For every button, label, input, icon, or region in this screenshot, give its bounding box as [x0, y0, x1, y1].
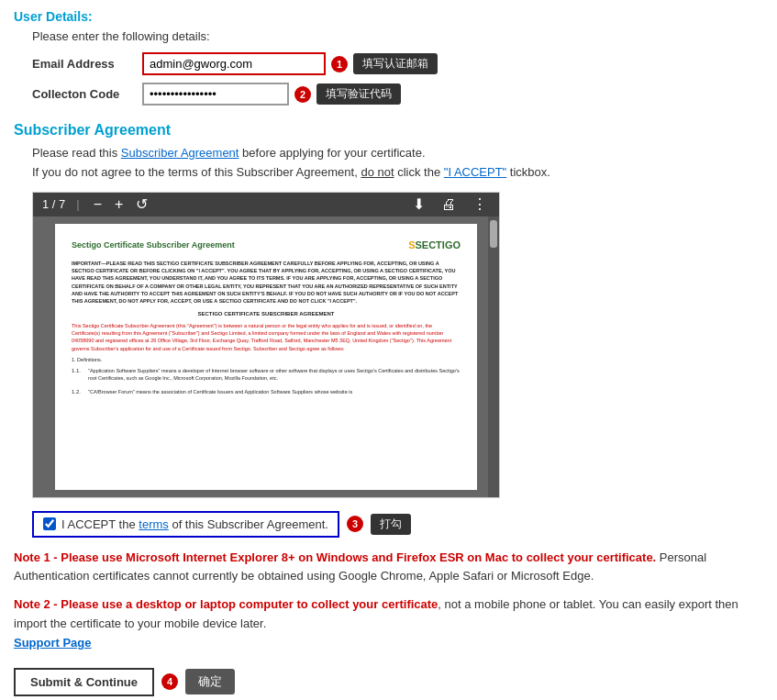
- pdf-def1: 1.1. "Application Software Suppliers" me…: [72, 367, 461, 386]
- submit-badge: 4: [161, 673, 178, 690]
- pdf-def2-num: 1.2.: [72, 388, 88, 399]
- accept-text-before: I ACCEPT the: [61, 517, 139, 531]
- subscriber-intro: Please read this Subscriber Agreement be…: [32, 144, 763, 183]
- accept-text: I ACCEPT the terms of this Subscriber Ag…: [61, 517, 328, 531]
- intro-text2-part3: tickbox.: [506, 165, 550, 179]
- pdf-document-title: Sectigo Certificate Subscriber Agreement: [72, 239, 235, 251]
- email-badge: 1: [331, 56, 348, 72]
- code-input[interactable]: [142, 83, 289, 106]
- submit-tooltip: 确定: [185, 669, 235, 694]
- pdf-separator: /: [52, 197, 59, 211]
- pdf-zoom-in-button[interactable]: +: [112, 197, 126, 212]
- accept-checkbox[interactable]: [43, 517, 56, 530]
- pdf-def2-text: "CA/Browser Forum" means the association…: [88, 388, 352, 395]
- pdf-page-header: Sectigo Certificate Subscriber Agreement…: [72, 239, 461, 252]
- support-page-link[interactable]: Support Page: [14, 636, 92, 650]
- pdf-content-area: Sectigo Certificate Subscriber Agreement…: [33, 217, 499, 497]
- pdf-sep1: |: [76, 197, 79, 211]
- accept-checkbox-label[interactable]: I ACCEPT the terms of this Subscriber Ag…: [32, 511, 339, 538]
- email-row: Email Address 1 填写认证邮箱: [32, 52, 763, 75]
- pdf-more-button[interactable]: ⋮: [470, 197, 490, 212]
- intro-text1-after: before applying for your certificate.: [239, 146, 425, 160]
- notes-section: Note 1 - Please use Microsoft Internet E…: [14, 549, 763, 653]
- subscriber-agreement-title: Subscriber Agreement: [14, 122, 763, 139]
- note2: Note 2 - Please use a desktop or laptop …: [14, 595, 763, 652]
- pdf-warning-text: IMPORTANT—PLEASE READ THIS SECTIGO CERTI…: [72, 260, 461, 306]
- user-details-title: User Details:: [14, 9, 763, 24]
- pdf-scrollbar[interactable]: [488, 217, 499, 497]
- pdf-def1-num: 1.1.: [72, 367, 88, 386]
- pdf-logo: SSECTIGO: [408, 239, 461, 252]
- pdf-def1-text: "Application Software Suppliers" means a…: [88, 367, 461, 383]
- code-badge: 2: [294, 86, 311, 103]
- subscriber-agreement-section: Subscriber Agreement Please read this Su…: [14, 122, 763, 498]
- code-input-wrapper: 2 填写验证代码: [142, 83, 401, 106]
- pdf-zoom-out-button[interactable]: −: [91, 197, 105, 212]
- email-input-wrapper: 1 填写认证邮箱: [142, 52, 438, 75]
- pdf-scrollbar-thumb[interactable]: [490, 220, 497, 248]
- accept-row: I ACCEPT the terms of this Subscriber Ag…: [32, 511, 763, 538]
- user-details-section: User Details: Please enter the following…: [14, 9, 763, 106]
- pdf-total-pages: 7: [59, 197, 65, 211]
- intro-quote: "I ACCEPT": [444, 165, 506, 179]
- note1-bold: Note 1 - Please use Microsoft Internet E…: [14, 550, 656, 564]
- intro-text2-part1: If you do not agree to the terms of this…: [32, 165, 361, 179]
- pdf-toolbar: 1 / 7 | − + ↺ ⬇ 🖨 ⋮: [33, 193, 499, 217]
- pdf-def2: 1.2. "CA/Browser Forum" means the associ…: [72, 388, 461, 399]
- pdf-download-button[interactable]: ⬇: [410, 197, 427, 212]
- pdf-definitions-title: 1. Definitions.: [72, 356, 461, 363]
- email-input[interactable]: [142, 52, 326, 75]
- pdf-rotate-button[interactable]: ↺: [133, 197, 150, 212]
- submit-button[interactable]: Submit & Continue: [14, 668, 154, 696]
- intro-text1-before: Please read this: [32, 146, 121, 160]
- please-enter-text: Please enter the following details:: [32, 29, 763, 43]
- pdf-print-button[interactable]: 🖨: [438, 197, 459, 212]
- submit-row: Submit & Continue 4 确定: [14, 668, 763, 696]
- terms-link[interactable]: terms: [139, 517, 169, 531]
- note1: Note 1 - Please use Microsoft Internet E…: [14, 549, 763, 587]
- pdf-page-info: 1 / 7: [42, 197, 65, 211]
- pdf-current-page: 1: [42, 197, 49, 211]
- pdf-body-text: This Sectigo Certificate Subscriber Agre…: [72, 322, 461, 352]
- pdf-page: Sectigo Certificate Subscriber Agreement…: [55, 224, 477, 490]
- accept-badge: 3: [347, 516, 363, 532]
- email-tooltip: 填写认证邮箱: [353, 53, 438, 74]
- note2-bold: Note 2 - Please use a desktop or laptop …: [14, 597, 438, 611]
- code-row: Collecton Code 2 填写验证代码: [32, 83, 763, 106]
- pdf-viewer: 1 / 7 | − + ↺ ⬇ 🖨 ⋮ Sectigo Certificate …: [32, 192, 500, 498]
- code-tooltip: 填写验证代码: [316, 83, 401, 105]
- pdf-toolbar-right: ⬇ 🖨 ⋮: [410, 197, 490, 212]
- pdf-center-title: SECTIGO CERTIFICATE SUBSCRIBER AGREEMENT: [72, 310, 461, 317]
- intro-donot: do not: [361, 165, 394, 179]
- accept-tooltip: 打勾: [371, 514, 411, 535]
- accept-text-after: of this Subscriber Agreement.: [169, 517, 328, 531]
- subscriber-agreement-link[interactable]: Subscriber Agreement: [121, 146, 239, 160]
- email-label: Email Address: [32, 57, 142, 71]
- pdf-logo-rest: SECTIGO: [415, 239, 461, 250]
- intro-text2-part2: click the: [394, 165, 444, 179]
- code-label: Collecton Code: [32, 87, 142, 101]
